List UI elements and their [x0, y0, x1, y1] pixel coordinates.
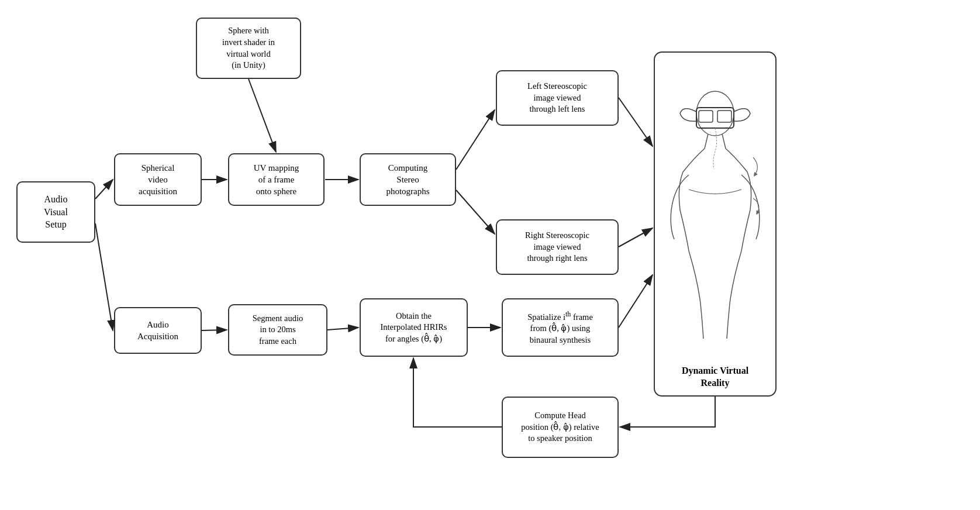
sphere-shader-box: Sphere withinvert shader invirtual world…: [196, 18, 301, 79]
svg-line-8: [95, 223, 113, 330]
audio-visual-setup-box: AudioVisualSetup: [16, 181, 95, 243]
vr-label: Dynamic VirtualReality: [682, 365, 748, 390]
svg-line-2: [722, 134, 726, 149]
svg-line-19: [619, 275, 653, 328]
left-stereo-label: Left Stereoscopicimage viewedthrough lef…: [527, 81, 587, 115]
svg-line-14: [619, 98, 653, 146]
spherical-video-label: Sphericalvideoacquisition: [139, 162, 177, 198]
compute-head-label: Compute Headposition (θ̂, φ̂) relativeto…: [521, 410, 599, 444]
obtain-hrirs-box: Obtain theInterpolated HRIRsfor angles (…: [360, 298, 468, 357]
spatialize-box: Spatialize ith framefrom (θ̂, φ̂) usingb…: [502, 298, 619, 357]
sphere-shader-label: Sphere withinvert shader invirtual world…: [222, 25, 275, 71]
svg-line-13: [456, 190, 495, 234]
audio-acquisition-label: AudioAcquisition: [137, 319, 178, 343]
computing-stereo-box: ComputingStereophotographs: [360, 153, 456, 206]
audio-visual-setup-label: AudioVisualSetup: [44, 193, 68, 231]
uv-mapping-box: UV mappingof a frameonto sphere: [228, 153, 325, 206]
svg-line-16: [202, 330, 227, 330]
svg-rect-5: [717, 111, 731, 122]
right-stereo-box: Right Stereoscopicimage viewedthrough ri…: [496, 219, 619, 275]
right-stereo-label: Right Stereoscopicimage viewedthrough ri…: [525, 230, 589, 264]
svg-line-9: [249, 79, 276, 152]
computing-stereo-label: ComputingStereophotographs: [386, 162, 429, 198]
arrows-overlay: [0, 0, 980, 510]
left-stereo-box: Left Stereoscopicimage viewedthrough lef…: [496, 70, 619, 126]
vr-box: Dynamic VirtualReality: [654, 51, 777, 397]
obtain-hrirs-label: Obtain theInterpolated HRIRsfor angles (…: [381, 311, 447, 345]
svg-rect-4: [699, 111, 713, 122]
svg-line-1: [705, 134, 708, 149]
vr-illustration: [662, 81, 768, 362]
compute-head-box: Compute Headposition (θ̂, φ̂) relativeto…: [502, 397, 619, 458]
svg-line-7: [95, 180, 113, 199]
svg-line-15: [619, 228, 653, 247]
svg-line-17: [327, 328, 358, 330]
uv-mapping-label: UV mappingof a frameonto sphere: [254, 162, 299, 198]
svg-line-12: [456, 110, 495, 170]
diagram-container: AudioVisualSetup Sphericalvideoacquisiti…: [0, 0, 980, 510]
segment-audio-box: Segment audioin to 20msframe each: [228, 304, 327, 356]
segment-audio-label: Segment audioin to 20msframe each: [253, 313, 303, 347]
audio-acquisition-box: AudioAcquisition: [114, 307, 202, 354]
spatialize-label: Spatialize ith framefrom (θ̂, φ̂) usingb…: [527, 309, 593, 346]
spherical-video-box: Sphericalvideoacquisition: [114, 153, 202, 206]
